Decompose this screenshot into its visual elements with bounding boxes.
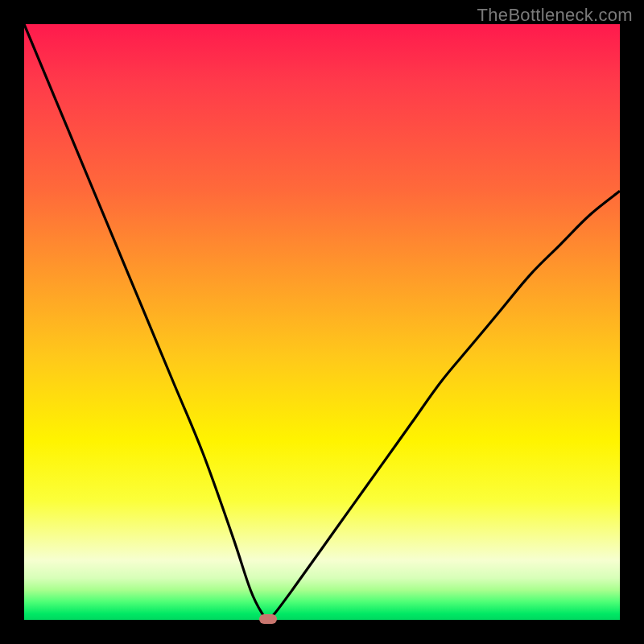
minimum-marker bbox=[259, 614, 277, 624]
bottleneck-curve bbox=[24, 24, 620, 620]
plot-area bbox=[24, 24, 620, 620]
chart-frame: TheBottleneck.com bbox=[0, 0, 644, 644]
curve-path bbox=[24, 24, 620, 619]
watermark-text: TheBottleneck.com bbox=[477, 5, 633, 26]
